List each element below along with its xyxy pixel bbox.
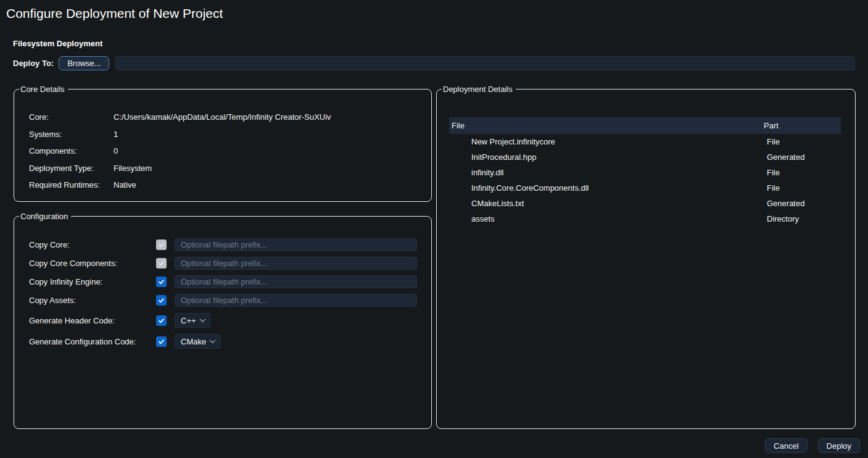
cancel-button[interactable]: Cancel [765, 438, 807, 453]
copy-assets-label: Copy Assets: [29, 296, 156, 305]
file-cell: CMakeLists.txt [449, 199, 764, 208]
generate-header-code-select[interactable]: C++ [175, 313, 211, 328]
footer-actions: Cancel Deploy [765, 438, 860, 453]
deployment-files-table: File Part New Project.infinitycoreFileIn… [449, 117, 841, 227]
core-details-group: Core Details Core:C:/Users/kamak/AppData… [14, 85, 432, 202]
deployment-details-group: Deployment Details File Part New Project… [436, 85, 856, 429]
dialog-title: Configure Deployment of New Project [6, 6, 223, 21]
configuration-row-copy-assets: Copy Assets: [29, 294, 419, 307]
checkmark-icon [158, 241, 165, 248]
table-header-row: File Part [449, 117, 841, 134]
browse-button[interactable]: Browse... [59, 56, 109, 70]
core-detail-label: Core: [29, 112, 114, 122]
generate-config-code-select[interactable]: CMake [175, 334, 221, 349]
table-row[interactable]: New Project.infinitycoreFile [449, 134, 841, 149]
copy-assets-prefix-input[interactable] [175, 294, 417, 307]
core-details-group-title: Core Details [19, 85, 68, 94]
generate-config-code-label: Generate Configuration Code: [29, 337, 156, 346]
copy-infinity-engine-prefix-input[interactable] [175, 275, 417, 288]
core-detail-value: 0 [114, 146, 420, 156]
filesystem-deployment-heading: Filesystem Deployment [13, 39, 102, 48]
core-detail-label: Components: [29, 146, 114, 156]
checkmark-icon [158, 278, 165, 285]
chevron-down-icon [199, 316, 205, 322]
core-detail-row: Core:C:/Users/kamak/AppData/Local/Temp/I… [29, 109, 420, 126]
configuration-group: Configuration Copy Core:Copy Core Compon… [14, 212, 432, 429]
column-header-file[interactable]: File [449, 121, 764, 130]
deploy-to-row: Deploy To: Browse... [13, 56, 855, 71]
file-cell: Infinity.Core.CoreComponents.dll [449, 183, 764, 193]
copy-core-prefix-input[interactable] [175, 238, 417, 251]
part-cell: Generated [764, 152, 841, 162]
checkmark-icon [158, 317, 165, 324]
file-cell: assets [449, 214, 764, 223]
table-row[interactable]: Infinity.Core.CoreComponents.dllFile [449, 180, 841, 196]
core-detail-row: Required Runtimes:Native [29, 177, 420, 194]
core-detail-label: Required Runtimes: [29, 180, 114, 189]
configuration-group-title: Configuration [19, 212, 71, 221]
copy-core-components-label: Copy Core Components: [29, 259, 156, 268]
table-row[interactable]: assetsDirectory [449, 211, 841, 227]
chevron-down-icon [210, 337, 216, 343]
configuration-row-generate-config-code: Generate Configuration Code:CMake [29, 334, 419, 349]
part-cell: Generated [764, 199, 841, 208]
generate-header-code-checkbox[interactable] [156, 315, 167, 326]
copy-core-label: Copy Core: [29, 240, 156, 249]
table-row[interactable]: InitProcedural.hppGenerated [449, 149, 841, 165]
deploy-to-label: Deploy To: [13, 59, 54, 68]
core-detail-value: C:/Users/kamak/AppData/Local/Temp/Infini… [114, 112, 420, 122]
generate-config-code-selected-value: CMake [181, 337, 206, 346]
file-cell: InitProcedural.hpp [449, 152, 764, 162]
generate-header-code-label: Generate Header Code: [29, 316, 156, 325]
column-header-part[interactable]: Part [764, 121, 841, 130]
checkmark-icon [158, 260, 165, 267]
table-body: New Project.infinitycoreFileInitProcedur… [449, 134, 841, 227]
generate-header-code-selected-value: C++ [181, 316, 196, 325]
configuration-row-copy-core: Copy Core: [29, 238, 419, 251]
checkmark-icon [158, 338, 165, 345]
copy-infinity-engine-label: Copy Infinity Engine: [29, 277, 156, 286]
file-cell: infinity.dll [449, 168, 764, 177]
core-detail-row: Components:0 [29, 143, 420, 160]
copy-infinity-engine-checkbox[interactable] [156, 277, 167, 287]
deployment-details-group-title: Deployment Details [442, 85, 516, 94]
file-cell: New Project.infinitycore [449, 137, 764, 146]
checkmark-icon [158, 297, 165, 304]
core-detail-label: Deployment Type: [29, 164, 114, 173]
copy-assets-checkbox[interactable] [156, 295, 167, 306]
generate-config-code-checkbox[interactable] [156, 336, 167, 347]
deployment-dialog: Configure Deployment of New Project File… [0, 0, 868, 458]
core-detail-label: Systems: [29, 130, 114, 139]
core-detail-row: Deployment Type:Filesystem [29, 160, 420, 177]
core-detail-row: Systems:1 [29, 126, 420, 143]
configuration-row-generate-header-code: Generate Header Code:C++ [29, 313, 419, 328]
configuration-row-copy-infinity-engine: Copy Infinity Engine: [29, 275, 419, 288]
deploy-button[interactable]: Deploy [818, 438, 860, 453]
table-row[interactable]: infinity.dllFile [449, 165, 841, 180]
deploy-path-input[interactable] [115, 56, 855, 70]
configuration-row-copy-core-components: Copy Core Components: [29, 257, 419, 270]
core-details-fields: Core:C:/Users/kamak/AppData/Local/Temp/I… [29, 109, 420, 194]
core-detail-value: Native [114, 180, 420, 189]
part-cell: File [764, 168, 841, 177]
configuration-rows: Copy Core:Copy Core Components:Copy Infi… [29, 238, 419, 354]
core-detail-value: 1 [114, 130, 420, 139]
part-cell: Directory [764, 214, 841, 223]
part-cell: File [764, 183, 841, 193]
copy-core-components-prefix-input[interactable] [175, 257, 417, 270]
part-cell: File [764, 137, 841, 146]
core-detail-value: Filesystem [114, 164, 420, 173]
copy-core-components-checkbox [156, 258, 167, 269]
table-row[interactable]: CMakeLists.txtGenerated [449, 196, 841, 211]
copy-core-checkbox [156, 239, 167, 250]
